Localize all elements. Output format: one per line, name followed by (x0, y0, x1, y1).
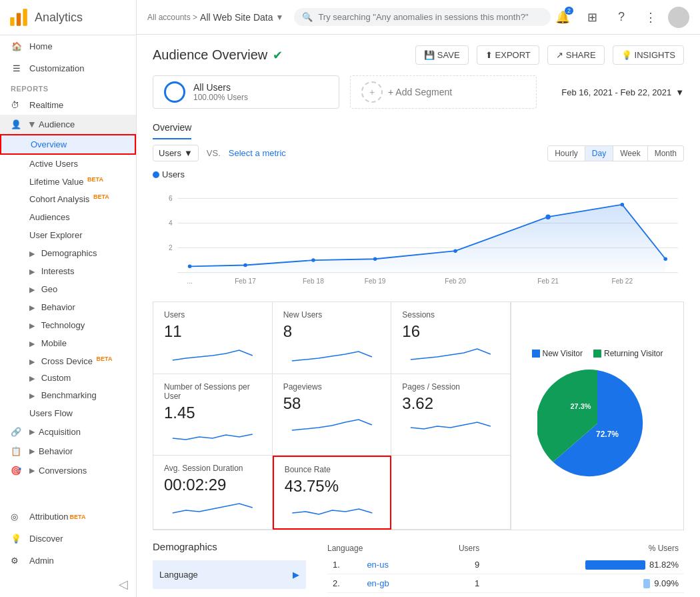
returning-visitor-label: Returning Visitor (604, 349, 663, 358)
demo-language-link[interactable]: Language ▶ (159, 564, 299, 585)
returning-visitor-color (593, 350, 601, 358)
new-visitor-color (532, 350, 540, 358)
sidebar-item-active-users[interactable]: Active Users (0, 155, 136, 173)
metric-label: Users (159, 148, 181, 158)
export-label: EXPORT (495, 50, 531, 60)
sidebar-item-overview[interactable]: Overview (0, 134, 136, 155)
sidebar-item-demographics[interactable]: ▶ Demographics (0, 244, 136, 262)
pie-chart-panel: New Visitor Returning Visitor 72.7% 27 (511, 302, 684, 530)
language-table: Language Users % Users 1. en-us 9 (327, 541, 684, 597)
svg-text:4: 4 (169, 219, 173, 227)
share-label: SHARE (566, 50, 596, 60)
notifications-button[interactable]: 🔔 2 (551, 5, 575, 29)
metric-pages-per-session[interactable]: Pages / Session 3.62 (391, 374, 511, 456)
sidebar-item-acquisition[interactable]: 🔗 ▶ Acquisition (0, 422, 136, 442)
sidebar-item-custom[interactable]: ▶ Custom (0, 370, 136, 386)
lang-users-1: 9 (425, 556, 485, 574)
save-button[interactable]: 💾 SAVE (415, 45, 469, 65)
insights-button[interactable]: 💡 INSIGHTS (613, 45, 684, 65)
content-area: Audience Overview ✔ 💾 SAVE ⬆ EXPORT ↗ SH… (137, 35, 700, 597)
sidebar-item-conversions[interactable]: 🎯 ▶ Conversions (0, 461, 136, 480)
realtime-label: Realtime (29, 100, 63, 110)
user-avatar[interactable] (668, 7, 689, 28)
conversions-expand-icon: ▶ (29, 466, 35, 475)
sidebar-item-discover[interactable]: 💡 Discover (0, 528, 136, 550)
demo-country-link[interactable]: Country (153, 590, 306, 597)
time-btn-week[interactable]: Week (613, 145, 647, 161)
lang-code-en-us[interactable]: en-us (367, 560, 389, 570)
sidebar-item-customization[interactable]: ☰ Customization (0, 57, 136, 79)
more-button[interactable]: ⋮ (639, 5, 663, 29)
account-selector[interactable]: All accounts > All Web Site Data ▼ (147, 12, 283, 23)
page-title-area: Audience Overview ✔ (153, 47, 283, 63)
topbar: All accounts > All Web Site Data ▼ 🔍 🔔 2… (137, 0, 700, 35)
metric-users[interactable]: Users 11 (153, 302, 273, 374)
search-box[interactable]: 🔍 (294, 8, 551, 26)
share-button[interactable]: ↗ SHARE (547, 45, 605, 65)
metric-avg-session-duration[interactable]: Avg. Session Duration 00:02:29 (153, 456, 273, 530)
new-users-sparkline (283, 344, 381, 364)
lang-code-en-gb[interactable]: en-gb (367, 578, 389, 588)
apps-button[interactable]: ⊞ (580, 5, 604, 29)
sidebar-item-behavior2[interactable]: 📋 ▶ Behavior (0, 442, 136, 461)
sidebar-item-audiences[interactable]: Audiences (0, 208, 136, 226)
sidebar-item-benchmarking[interactable]: ▶ Benchmarking (0, 386, 136, 404)
mobile-expand-icon: ▶ (29, 340, 35, 348)
svg-point-15 (453, 249, 457, 253)
add-segment-button[interactable]: + + Add Segment (350, 75, 537, 109)
sidebar-item-behavior[interactable]: ▶ Behavior (0, 298, 136, 316)
time-btn-day[interactable]: Day (585, 145, 613, 161)
main-area: All accounts > All Web Site Data ▼ 🔍 🔔 2… (137, 0, 700, 597)
time-btn-hourly[interactable]: Hourly (547, 145, 585, 161)
sidebar-item-interests[interactable]: ▶ Interests (0, 262, 136, 280)
svg-text:6: 6 (169, 195, 173, 202)
sidebar-item-geo[interactable]: ▶ Geo (0, 280, 136, 298)
help-button[interactable]: ? (609, 5, 633, 29)
sidebar-item-audience[interactable]: 👤 ▶ Audience (0, 115, 136, 134)
export-button[interactable]: ⬆ EXPORT (477, 45, 539, 65)
metric-bounce-rate[interactable]: Bounce Rate 43.75% (273, 456, 392, 530)
lang-bar-fill-1 (585, 560, 645, 570)
svg-point-14 (373, 257, 377, 261)
sidebar-item-attribution[interactable]: ◎ Attribution BETA (0, 506, 136, 528)
metric-pages-per-session-value: 3.62 (402, 394, 499, 413)
home-icon: 🏠 (11, 41, 23, 51)
metric-sessions[interactable]: Sessions 16 (391, 302, 511, 374)
date-range-selector[interactable]: Feb 16, 2021 - Feb 22, 2021 ▼ (561, 87, 684, 97)
sidebar-item-lifetime-value[interactable]: Lifetime Value BETA (0, 173, 136, 190)
select-metric-link[interactable]: Select a metric (229, 148, 286, 158)
sidebar-collapse-button[interactable]: ◁ (0, 572, 136, 597)
primary-segment[interactable]: All Users 100.00% Users (153, 75, 339, 109)
attribution-label: Attribution (29, 512, 69, 522)
time-btn-month[interactable]: Month (648, 145, 684, 161)
metric-empty-cell (391, 456, 511, 530)
metric-pageviews[interactable]: Pageviews 58 (273, 374, 392, 456)
behavior2-icon: 📋 (11, 446, 23, 456)
sidebar-item-cross-device[interactable]: ▶ Cross Device BETA (0, 352, 136, 370)
svg-text:72.7%: 72.7% (596, 430, 619, 439)
sidebar-item-cohort-analysis[interactable]: Cohort Analysis BETA (0, 190, 136, 207)
search-input[interactable] (318, 12, 543, 22)
metric-users-value: 11 (164, 322, 261, 341)
users-legend-dot (153, 171, 159, 178)
demographics-expand-icon: ▶ (29, 249, 35, 257)
svg-text:Feb 21: Feb 21 (537, 277, 559, 285)
sidebar-item-home[interactable]: 🏠 Home (0, 35, 136, 57)
sidebar-item-realtime[interactable]: ⏱ Realtime (0, 95, 136, 115)
sidebar-item-mobile[interactable]: ▶ Mobile (0, 334, 136, 352)
sidebar-item-user-explorer[interactable]: User Explorer (0, 226, 136, 244)
page-actions: 💾 SAVE ⬆ EXPORT ↗ SHARE 💡 INSIGHTS (415, 45, 684, 65)
sidebar-item-users-flow[interactable]: Users Flow (0, 404, 136, 422)
lang-rank-1: 1. (327, 556, 361, 574)
metric-new-users[interactable]: New Users 8 (273, 302, 392, 374)
col-pct-users: % Users (485, 541, 684, 556)
table-row: 3. nl-nl 1 9.09% (327, 593, 684, 598)
metric-sessions-per-user[interactable]: Number of Sessions per User 1.45 (153, 374, 273, 456)
metric-selector[interactable]: Users ▼ (153, 145, 199, 161)
sidebar-item-technology[interactable]: ▶ Technology (0, 316, 136, 334)
table-row: 2. en-gb 1 9.09% (327, 574, 684, 593)
account-dropdown-arrow: ▼ (276, 13, 284, 22)
benchmarking-label: Benchmarking (41, 390, 97, 400)
overview-tab[interactable]: Overview (153, 119, 191, 139)
sidebar-item-admin[interactable]: ⚙ Admin (0, 550, 136, 572)
